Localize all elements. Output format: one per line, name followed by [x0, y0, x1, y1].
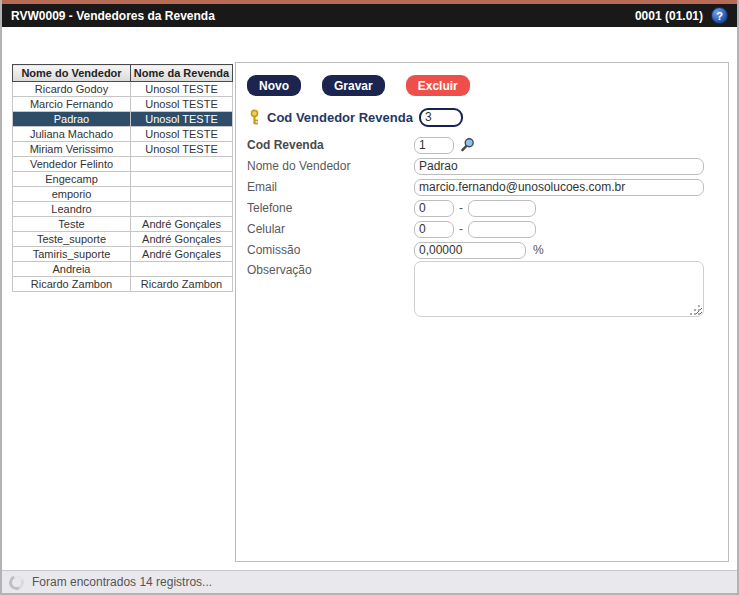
cell-vendedor: Teste_suporte — [13, 232, 131, 247]
cell-revenda: André Gonçales — [131, 232, 233, 247]
comissao-input[interactable] — [414, 242, 526, 259]
column-header-nome-revenda[interactable]: Nome da Revenda — [131, 65, 233, 82]
app-window: RVW0009 - Vendedores da Revenda 0001 (01… — [0, 0, 739, 595]
cod-vendedor-revenda-label: Cod Vendedor Revenda — [267, 110, 419, 125]
cell-revenda: André Gonçales — [131, 217, 233, 232]
cell-revenda — [131, 157, 233, 172]
gravar-button[interactable]: Gravar — [322, 75, 385, 96]
table-row[interactable]: Leandro — [13, 202, 233, 217]
table-row[interactable]: emporio — [13, 187, 233, 202]
observacao-row: Observação — [247, 261, 717, 321]
table-row[interactable]: Tamiris_suporteAndré Gonçales — [13, 247, 233, 262]
cell-revenda — [131, 172, 233, 187]
table-row[interactable]: Andreia — [13, 262, 233, 277]
status-message: Foram encontrados 14 registros... — [32, 575, 212, 589]
page-title: RVW0009 - Vendedores da Revenda — [11, 9, 215, 23]
telefone-row: Telefone - — [247, 198, 717, 218]
key-icon — [248, 109, 261, 125]
celular-numero-input[interactable] — [468, 221, 536, 238]
table-row[interactable]: Vendedor Felinto — [13, 157, 233, 172]
status-spinner-icon — [7, 572, 26, 591]
novo-button[interactable]: Novo — [247, 75, 301, 96]
nome-vendedor-label: Nome do Vendedor — [247, 159, 414, 173]
cell-vendedor: Teste — [13, 217, 131, 232]
celular-ddd-input[interactable] — [414, 221, 454, 238]
vendors-grid: Nome do Vendedor Nome da Revenda Ricardo… — [12, 64, 233, 292]
celular-label: Celular — [247, 222, 414, 236]
email-input[interactable] — [414, 179, 704, 196]
status-bar: Foram encontrados 14 registros... — [2, 570, 737, 593]
telefone-ddd-input[interactable] — [414, 200, 454, 217]
observacao-textarea[interactable] — [414, 261, 704, 317]
cod-vendedor-revenda-input[interactable] — [419, 108, 463, 127]
telefone-numero-input[interactable] — [468, 200, 536, 217]
cod-vendedor-revenda-row: Cod Vendedor Revenda — [247, 107, 717, 127]
observacao-label: Observação — [247, 261, 414, 277]
email-label: Email — [247, 180, 414, 194]
cell-vendedor: Miriam Verissimo — [13, 142, 131, 157]
cell-vendedor: Ricardo Zambon — [13, 277, 131, 292]
vendors-table: Nome do Vendedor Nome da Revenda Ricardo… — [12, 64, 233, 292]
percent-suffix: % — [533, 243, 544, 257]
cell-revenda: André Gonçales — [131, 247, 233, 262]
table-row[interactable]: Ricardo ZambonRicardo Zambon — [13, 277, 233, 292]
cell-revenda: Unosol TESTE — [131, 112, 233, 127]
table-row[interactable]: Teste_suporteAndré Gonçales — [13, 232, 233, 247]
table-row[interactable]: Marcio FernandoUnosol TESTE — [13, 97, 233, 112]
email-row: Email — [247, 177, 717, 197]
telefone-label: Telefone — [247, 201, 414, 215]
cell-revenda — [131, 187, 233, 202]
cell-vendedor: Andreia — [13, 262, 131, 277]
cell-vendedor: Juliana Machado — [13, 127, 131, 142]
cell-vendedor: Padrao — [13, 112, 131, 127]
comissao-row: Comissão % — [247, 240, 717, 260]
table-row[interactable]: Ricardo GodoyUnosol TESTE — [13, 82, 233, 97]
table-row[interactable]: Juliana MachadoUnosol TESTE — [13, 127, 233, 142]
cell-vendedor: Leandro — [13, 202, 131, 217]
help-icon[interactable]: ? — [711, 7, 728, 24]
observacao-wrapper — [414, 261, 704, 321]
table-row[interactable]: Engecamp — [13, 172, 233, 187]
table-row[interactable]: Miriam VerissimoUnosol TESTE — [13, 142, 233, 157]
table-header-row: Nome do Vendedor Nome da Revenda — [13, 65, 233, 82]
search-lookup-icon[interactable] — [460, 137, 476, 153]
cell-vendedor: Tamiris_suporte — [13, 247, 131, 262]
cell-vendedor: Vendedor Felinto — [13, 157, 131, 172]
nome-vendedor-input[interactable] — [414, 158, 704, 175]
cell-revenda: Unosol TESTE — [131, 97, 233, 112]
cell-revenda — [131, 262, 233, 277]
cell-vendedor: Marcio Fernando — [13, 97, 131, 112]
cell-vendedor: Ricardo Godoy — [13, 82, 131, 97]
comissao-label: Comissão — [247, 243, 414, 257]
excluir-button[interactable]: Excluir — [406, 75, 470, 96]
cell-vendedor: Engecamp — [13, 172, 131, 187]
celular-separator: - — [459, 222, 463, 236]
titlebar: RVW0009 - Vendedores da Revenda 0001 (01… — [2, 4, 737, 27]
cell-revenda — [131, 202, 233, 217]
cell-revenda: Unosol TESTE — [131, 142, 233, 157]
version-label: 0001 (01.01) — [635, 9, 703, 23]
cell-revenda: Unosol TESTE — [131, 82, 233, 97]
column-header-nome-vendedor[interactable]: Nome do Vendedor — [13, 65, 131, 82]
detail-form-panel: Novo Gravar Excluir Cod Vendedor Revenda… — [235, 62, 729, 562]
table-row-selected[interactable]: PadraoUnosol TESTE — [13, 112, 233, 127]
cod-revenda-row: Cod Revenda — [247, 135, 717, 155]
telefone-separator: - — [459, 201, 463, 215]
cell-revenda: Ricardo Zambon — [131, 277, 233, 292]
nome-vendedor-row: Nome do Vendedor — [247, 156, 717, 176]
celular-row: Celular - — [247, 219, 717, 239]
cell-vendedor: emporio — [13, 187, 131, 202]
toolbar: Novo Gravar Excluir — [247, 75, 717, 96]
cell-revenda: Unosol TESTE — [131, 127, 233, 142]
cod-revenda-input[interactable] — [414, 137, 454, 154]
cod-revenda-label: Cod Revenda — [247, 138, 414, 152]
table-row[interactable]: TesteAndré Gonçales — [13, 217, 233, 232]
